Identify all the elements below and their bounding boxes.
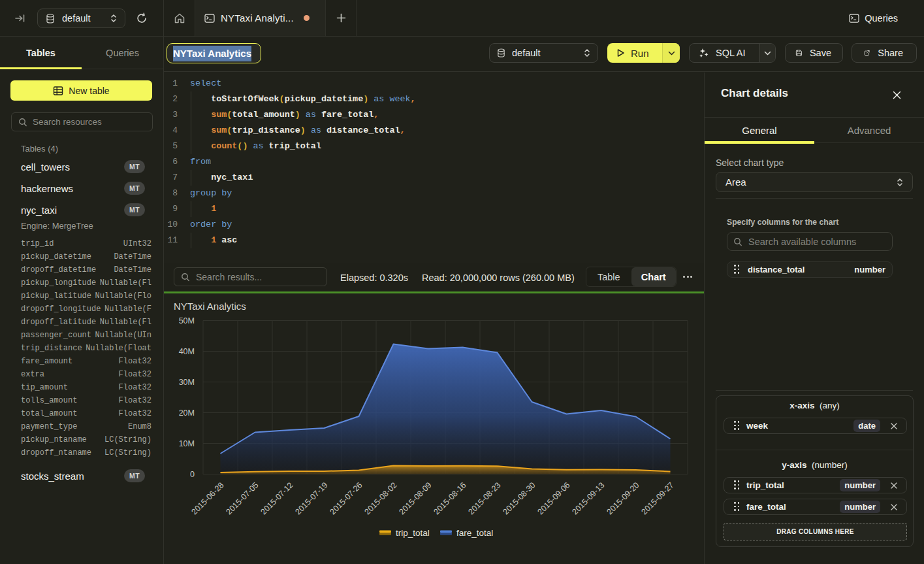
svg-text:NYTaxi Analytics: NYTaxi Analytics bbox=[174, 301, 246, 312]
svg-text:2015-07-12: 2015-07-12 bbox=[259, 480, 295, 516]
svg-text:2015-08-09: 2015-08-09 bbox=[398, 480, 434, 516]
svg-text:2015-09-06: 2015-09-06 bbox=[536, 480, 572, 516]
svg-text:2015-08-30: 2015-08-30 bbox=[502, 480, 537, 516]
svg-text:2015-08-16: 2015-08-16 bbox=[432, 480, 468, 516]
svg-text:30M: 30M bbox=[179, 378, 195, 387]
svg-text:2015-07-05: 2015-07-05 bbox=[225, 480, 261, 516]
svg-text:2015-09-13: 2015-09-13 bbox=[571, 480, 607, 516]
svg-text:20M: 20M bbox=[179, 408, 195, 418]
svg-text:0: 0 bbox=[190, 470, 195, 479]
svg-text:2015-09-20: 2015-09-20 bbox=[605, 480, 641, 516]
svg-text:fare_total: fare_total bbox=[456, 528, 493, 538]
svg-text:2015-07-26: 2015-07-26 bbox=[328, 480, 364, 516]
svg-text:50M: 50M bbox=[179, 316, 195, 325]
svg-text:10M: 10M bbox=[179, 439, 195, 448]
svg-text:trip_total: trip_total bbox=[396, 528, 430, 538]
svg-text:2015-08-02: 2015-08-02 bbox=[363, 480, 399, 516]
svg-text:2015-09-27: 2015-09-27 bbox=[640, 480, 676, 516]
svg-text:40M: 40M bbox=[179, 347, 195, 356]
svg-text:2015-06-28: 2015-06-28 bbox=[190, 480, 226, 516]
svg-text:2015-07-19: 2015-07-19 bbox=[294, 480, 330, 516]
svg-text:2015-08-23: 2015-08-23 bbox=[467, 480, 503, 516]
